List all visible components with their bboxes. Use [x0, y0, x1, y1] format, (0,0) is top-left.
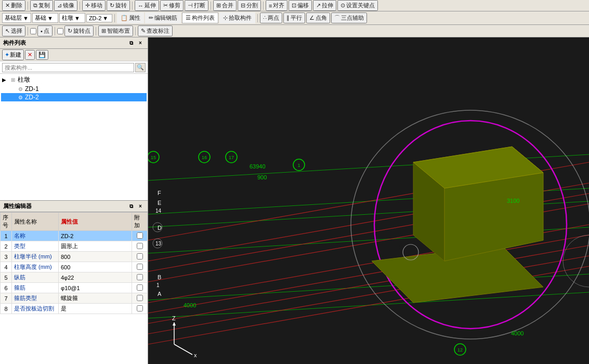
attach-checkbox[interactable] [137, 253, 143, 259]
svg-text:4000: 4000 [511, 330, 523, 336]
svg-text:E: E [158, 200, 161, 206]
check-label-icon: ✎ [141, 28, 146, 34]
type-dropdown[interactable]: 基础 ▼ [32, 13, 58, 23]
align-icon: ≡ [269, 3, 272, 9]
property-value-cell[interactable]: φ10@1 [59, 283, 132, 293]
point-angle-button[interactable]: ∠ 点角 [306, 12, 330, 23]
property-value-cell[interactable]: ZD-2 [59, 231, 132, 241]
parallel-icon: ∥ [286, 15, 290, 21]
canvas-area[interactable]: 15 16 17 1 12 F E 14 D 13 B 1 A 6394 [148, 37, 589, 364]
table-row[interactable]: 6箍筋φ10@1 [1, 283, 148, 293]
tab-component-list[interactable]: ☰ 构件列表 [182, 12, 218, 23]
property-value-cell[interactable]: 600 [59, 262, 132, 272]
split-button[interactable]: ⊟ 分割 [238, 0, 261, 11]
smart-place-button[interactable]: ⊞ 智能布置 [98, 25, 133, 36]
attach-cell [132, 293, 148, 304]
point-button[interactable]: • 点 [37, 25, 53, 36]
delete-button[interactable]: ✕ 删除 [2, 0, 25, 11]
extend-icon: ↔ [138, 3, 143, 9]
table-row[interactable]: 5纵筋4φ22 [1, 272, 148, 283]
tree-node-zd1[interactable]: ⚙ ZD-1 [1, 85, 147, 93]
svg-text:D: D [158, 225, 162, 231]
properties-title-bar: 属性编辑器 ⧉ × [0, 201, 148, 212]
search-input[interactable] [2, 63, 134, 72]
expand-icon: ▶ [2, 77, 8, 83]
canvas-svg: 15 16 17 1 12 F E 14 D 13 B 1 A 6394 [148, 37, 589, 364]
stretch-button[interactable]: ↗ 拉伸 [313, 0, 336, 11]
tree-node-root[interactable]: ▶ ⊞ 柱墩 [1, 75, 147, 85]
new-component-button[interactable]: ✦ 新建 [2, 49, 24, 60]
attach-checkbox[interactable] [137, 274, 143, 280]
move-button[interactable]: ✛ 移动 [82, 0, 106, 11]
delete-component-button[interactable]: ✕ [25, 50, 35, 60]
properties-table: 序号 属性名称 属性值 附加 1名称ZD-22类型圆形上3柱墩半径 (mm)80… [0, 212, 148, 364]
align-button[interactable]: ≡ 对齐 [266, 0, 287, 11]
property-value-cell[interactable]: 是 [59, 304, 132, 314]
setpoint-button[interactable]: ⊙ 设置关键点 [337, 0, 378, 11]
attach-checkbox[interactable] [137, 264, 143, 270]
select-button[interactable]: ↖ 选择 [2, 25, 25, 36]
tab-pick-component[interactable]: ⊹ 拾取构件 [219, 12, 255, 23]
table-row[interactable]: 1名称ZD-2 [1, 231, 148, 241]
two-point-button[interactable]: ∴ 两点 [260, 12, 282, 23]
parallel-button[interactable]: ∥ 平行 [283, 12, 305, 23]
rotate-point-button[interactable]: ↻ 旋转点 [64, 25, 94, 36]
property-name-cell: 是否按板边切割 [12, 304, 59, 314]
component-list-title-bar: 构件列表 ⧉ × [0, 37, 148, 49]
table-row[interactable]: 4柱墩高度 (mm)600 [1, 262, 148, 272]
component-type-dropdown[interactable]: 柱墩 ▼ [59, 13, 85, 23]
check-label-button[interactable]: ✎ 查改标注 [138, 25, 173, 36]
svg-text:13: 13 [155, 241, 162, 246]
property-value-cell[interactable]: 圆形上 [59, 241, 132, 252]
svg-text:3100: 3100 [507, 198, 519, 204]
save-component-button[interactable]: 💾 [36, 50, 48, 60]
table-row[interactable]: 2类型圆形上 [1, 241, 148, 252]
float-button[interactable]: ⧉ [127, 39, 135, 47]
property-name-cell: 纵筋 [12, 272, 59, 283]
break-button[interactable]: ⊣ 打断 [185, 0, 208, 11]
attach-checkbox[interactable] [137, 232, 143, 239]
attach-checkbox[interactable] [137, 305, 143, 311]
properties-title: 属性编辑器 [3, 202, 127, 210]
tree-node-label: ZD-1 [25, 85, 39, 93]
search-button[interactable]: 🔍 [135, 63, 146, 72]
tree-area[interactable]: ▶ ⊞ 柱墩 ⚙ ZD-1 ⚙ ZD-2 [0, 74, 148, 200]
rotate-button[interactable]: ↻ 旋转 [107, 0, 130, 11]
attach-checkbox[interactable] [137, 243, 143, 249]
delete-comp-icon: ✕ [28, 51, 32, 58]
separator [257, 14, 258, 22]
component-toolbar: ✦ 新建 ✕ 💾 [0, 49, 148, 61]
id-dropdown[interactable]: ZD-2 ▼ [86, 14, 112, 22]
property-value-cell[interactable]: 4φ22 [59, 272, 132, 283]
three-point-arc-button[interactable]: ⌒ 三点辅助 [331, 12, 367, 23]
trim-button[interactable]: ✂ 修剪 [160, 0, 184, 11]
tree-node-zd2[interactable]: ⚙ ZD-2 [1, 93, 147, 101]
svg-text:1: 1 [156, 282, 160, 288]
move-icon: ✛ [85, 2, 90, 9]
attach-cell [132, 252, 148, 262]
mirror-button[interactable]: ⊿ 镜像 [54, 0, 77, 11]
property-name-cell: 柱墩半径 (mm) [12, 252, 59, 262]
merge-button[interactable]: ⊞ 合并 [213, 0, 237, 11]
offset-button[interactable]: ⊡ 偏移 [289, 0, 312, 11]
table-row[interactable]: 8是否按板边切割是 [1, 304, 148, 314]
two-point-icon: ∴ [263, 15, 267, 21]
extend-button[interactable]: ↔ 延伸 [135, 0, 159, 11]
property-value-cell[interactable]: 螺旋箍 [59, 293, 132, 304]
tab-properties[interactable]: 📋 属性 [117, 12, 144, 23]
rotate-point-checkbox[interactable] [57, 28, 63, 34]
table-row[interactable]: 3柱墩半径 (mm)800 [1, 252, 148, 262]
layer-dropdown[interactable]: 基础层 ▼ [2, 13, 31, 23]
tab-edit-rebar[interactable]: ✏ 编辑钢筋 [145, 12, 181, 23]
search-bar: 🔍 [0, 61, 148, 74]
float-props-button[interactable]: ⧉ [127, 202, 135, 211]
attach-checkbox[interactable] [137, 284, 143, 291]
copy-button[interactable]: ⧉ 复制 [30, 0, 53, 11]
close-panel-button[interactable]: × [136, 39, 145, 47]
setpoint-icon: ⊙ [341, 2, 345, 9]
point-checkbox[interactable] [30, 28, 36, 34]
attach-checkbox[interactable] [137, 295, 143, 301]
close-props-button[interactable]: × [136, 202, 145, 211]
table-row[interactable]: 7箍筋类型螺旋箍 [1, 293, 148, 304]
property-value-cell[interactable]: 800 [59, 252, 132, 262]
